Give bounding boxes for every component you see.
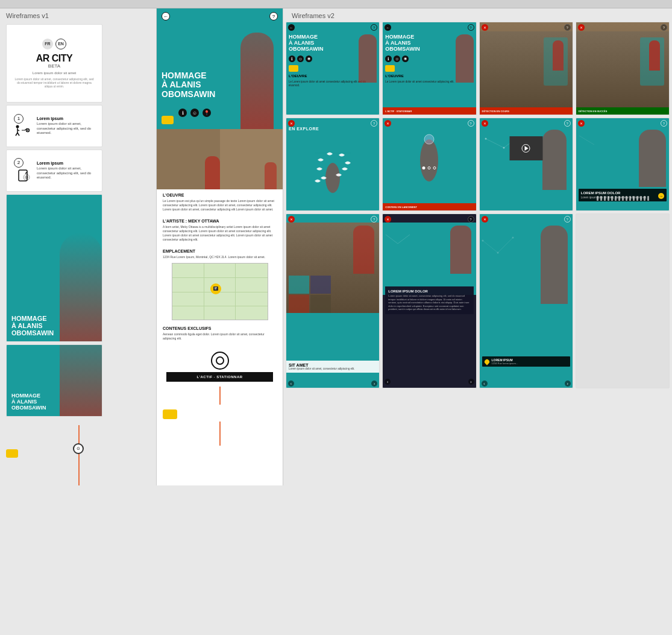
detail-top-nav: ← ? [157,8,283,24]
scan-icon [216,356,224,365]
help-button[interactable]: ? [269,12,278,21]
phone-10-nav-arrows: ‹ › [385,379,474,385]
phone-11-constellation [480,223,573,370]
artist-text: A born artist, Meky Ottawa is a multidis… [163,225,277,242]
wireframes-v1-grid: FR EN AR CITY BETA Lorem ipsum dolor sit… [0,22,156,419]
phone-1-chat-bubble[interactable] [289,65,298,72]
svg-line-2 [16,133,17,136]
svg-point-42 [482,240,483,242]
phone-1-help-icon[interactable]: ? [371,24,377,31]
phone-11-prev-arrow[interactable]: ‹ [482,381,488,387]
phone-11-close-icon[interactable]: ✕ [482,216,488,223]
bottom-chat-bubble[interactable] [163,409,177,419]
svg-line-39 [398,235,410,244]
phone-1-back-icon[interactable]: ← [288,24,295,31]
phone-9-help-icon[interactable]: ? [371,216,377,223]
figure-overlay-2 [60,344,102,416]
phone-8-help-icon[interactable]: ? [661,120,667,127]
phone-7-play-button[interactable] [522,144,530,153]
lang-fr-button[interactable]: FR [42,39,53,49]
oeuvre-section: L'OEUVRE Le Lorem ipsum est plus qu'un s… [157,189,283,219]
phone-card-12 [576,213,670,388]
step-1-number: 1 [14,114,24,124]
wireframes-v2-label: Wireframes v2 [286,8,670,22]
phone-6-figure-svg [414,133,444,188]
svg-rect-37 [647,196,649,201]
phone-5-close-icon[interactable]: ✕ [288,120,295,127]
svg-rect-33 [633,196,635,201]
phone-1-share-icon[interactable]: ☺ [297,55,304,62]
map-grid-v2 [235,264,236,320]
phone-4-close-icon[interactable]: ✕ [578,24,585,31]
phone-4-top: ✕ ? [576,22,669,33]
phone-10-help-icon[interactable]: ? [468,216,474,223]
phone-2-loc-icon[interactable]: ◉ [402,55,409,62]
phone-2-help-icon[interactable]: ? [468,24,474,31]
phone-11-help-icon[interactable]: ? [564,216,571,223]
phone-2-chat-bubble[interactable] [385,65,395,72]
svg-rect-32 [629,196,631,201]
phone-10-popup-body: Lorem ipsum dolor sit amet, consectetur … [388,294,470,311]
phone-3-close-icon[interactable]: ✕ [482,24,488,31]
phone-2-info-icon[interactable]: ℹ [385,55,392,62]
detail-chat-bubble[interactable] [162,116,174,124]
phone-7-close-icon[interactable]: ✕ [482,120,488,127]
svg-point-43 [497,252,498,254]
connector-line-ext [219,422,221,446]
location-map[interactable] [172,263,268,320]
phone-9-prev-arrow[interactable]: ‹ [288,381,294,387]
svg-line-38 [386,235,398,244]
phone-7-help-icon[interactable]: ? [564,120,571,127]
phone-6-close-icon[interactable]: ✕ [385,120,391,127]
svg-rect-36 [644,196,645,201]
phone-2-back-icon[interactable]: ← [385,24,391,31]
phone-10-prev-arrow[interactable]: ‹ [385,379,391,385]
phone-8-figures-row [576,195,669,202]
map-marker[interactable] [210,283,221,294]
info-icon[interactable]: ℹ [178,109,187,117]
phone-2-share-icon[interactable]: ☺ [394,55,400,62]
phone-tap-icon [14,169,31,182]
top-bar [0,0,672,8]
phone-card-1: ← ? HOMMAGEÀ ALANISOBOMSAWIN ℹ ☺ ◉ L'OEU… [286,22,380,115]
phone-9-next-arrow[interactable]: › [371,381,377,387]
phone-10-close-icon[interactable]: ✕ [385,216,391,223]
phone-5-help-icon[interactable]: ? [371,120,377,127]
phone-11-next-arrow[interactable]: › [565,381,571,387]
lang-en-button[interactable]: EN [55,39,66,49]
svg-rect-23 [597,196,598,201]
phone-2-status-bar: L'ACTIF · STATIONNAR [383,107,476,115]
svg-rect-25 [604,196,606,201]
svg-rect-34 [636,196,638,201]
splash-subdesc: Lorem ipsum dolor sit amet, consectetur … [13,77,96,88]
phone-10-bg-art [383,223,476,295]
svg-line-22 [579,136,594,145]
phone-3-ar-figure [553,40,564,71]
location-icon[interactable]: 📍 [203,109,211,117]
building-photo-strip [157,129,283,189]
phone-3-top: ✕ ? [480,22,573,33]
play-triangle-icon [524,146,528,151]
phone-6-help-icon[interactable]: ? [468,120,474,127]
phone-1-loc-icon[interactable]: ◉ [306,55,312,62]
step-2-icon-area: 2 [11,160,33,182]
phone-3-help-icon[interactable]: ? [564,24,571,31]
share-icon[interactable]: ☺ [190,109,199,117]
scan-button[interactable] [211,352,229,370]
walking-figures-svg [595,195,650,202]
back-button[interactable]: ← [162,12,170,21]
svg-point-44 [512,237,513,239]
phone-8-close-icon[interactable]: ✕ [578,120,585,127]
map-grid-h1 [172,277,268,278]
phone-7-video-thumb[interactable] [509,136,542,160]
step-1-title: Lorem ipsum [37,116,97,121]
action-button[interactable]: L'ACTIF · STATIONNAR [166,372,273,382]
svg-rect-29 [618,196,620,201]
svg-point-15 [420,139,438,182]
phone-1-info-icon[interactable]: ℹ [289,55,295,62]
phone-4-help-icon[interactable]: ? [661,24,667,31]
phone-9-close-icon[interactable]: ✕ [288,216,295,223]
artwork-title-1: HOMMAGEÀ ALANISOBOMSAWIN [11,315,54,336]
language-selector: FR EN [42,39,66,49]
phone-10-next-arrow[interactable]: › [468,379,474,385]
